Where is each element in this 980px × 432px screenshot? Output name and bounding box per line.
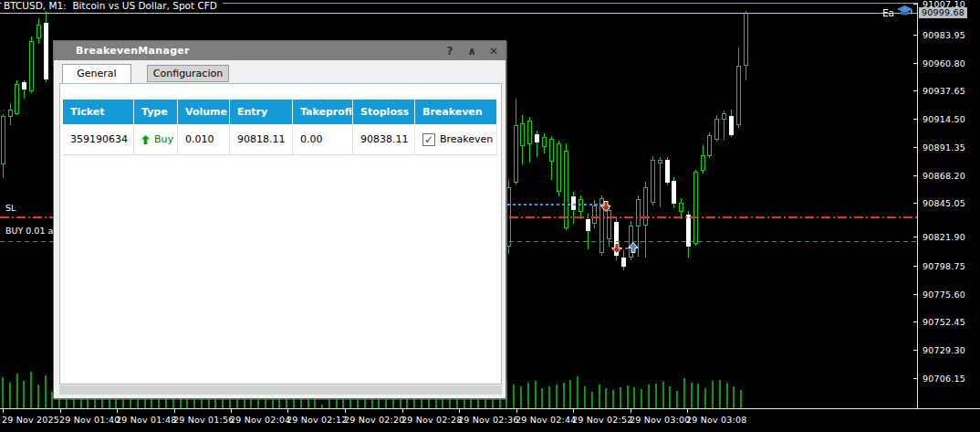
time-axis-tick: [3, 408, 4, 413]
current-price-line: [0, 13, 917, 14]
dialog-tabstrip: General Configuracion: [54, 60, 506, 83]
trade-marker-up-icon: [628, 242, 640, 254]
price-axis-tick: [913, 321, 917, 322]
dialog-title: BreakevenManager: [76, 45, 190, 57]
price-axis-tick: [913, 119, 917, 120]
price-axis-tick: [913, 35, 917, 36]
price-axis-tick: [913, 175, 917, 176]
volume-bar: [726, 383, 728, 408]
price-axis-tick: [913, 4, 917, 5]
volume-bar: [697, 384, 699, 408]
candle-body: [621, 258, 626, 267]
volume-bar: [16, 374, 18, 408]
table-header-cell: Ticket: [63, 100, 134, 124]
price-axis-tick: [913, 378, 917, 379]
table-header-cell: Volume: [178, 100, 230, 124]
tab-configuracion[interactable]: Configuracion: [147, 65, 229, 82]
candle-body: [8, 110, 13, 117]
candle-body: [693, 172, 698, 244]
volume-bar: [648, 385, 650, 408]
volume-bar: [691, 383, 693, 408]
breakeven-checkbox-label: Breakeven: [440, 125, 493, 154]
time-axis-tick: [287, 408, 288, 413]
current-price-badge: 90999.68: [919, 7, 967, 18]
candle-body: [527, 121, 532, 144]
cell-entry: 90818.11: [230, 124, 293, 154]
volume-bar: [535, 381, 537, 408]
price-axis-label: 90775.60: [923, 290, 965, 300]
price-axis-tick: [913, 237, 917, 237]
volume-bar: [548, 386, 550, 408]
time-axis-tick: [459, 408, 460, 413]
dialog-titlebar[interactable]: BreakevenManager ? ∧ ✕: [54, 41, 506, 60]
time-axis-label: 29 Nov 2025: [2, 415, 59, 425]
cell-type: Buy: [134, 124, 178, 154]
candle-wick: [660, 157, 661, 207]
price-axis[interactable]: 91007.1090983.9590960.8090937.6590914.50…: [918, 0, 980, 408]
help-button[interactable]: ?: [443, 45, 456, 58]
price-axis-label: 90752.45: [923, 317, 965, 327]
cell-volume: 0.010: [178, 124, 230, 154]
table-header-cell: Entry: [230, 100, 293, 124]
volume-bar: [513, 385, 515, 408]
cell-stoploss: 90838.11: [353, 124, 415, 154]
table-row[interactable]: 359190634 Buy 0.010 90818.11 0.00 90838.…: [63, 124, 497, 155]
cell-breakeven: ✓ Breakeven: [415, 124, 497, 154]
time-axis-tick: [117, 408, 118, 413]
candle-body: [729, 116, 734, 135]
volume-bar: [633, 387, 635, 408]
volume-bar: [584, 386, 586, 408]
volume-bar: [321, 405, 323, 408]
candle-body: [15, 84, 19, 114]
candle-body: [592, 205, 597, 224]
candle-body: [651, 160, 655, 203]
candle-body: [736, 66, 741, 125]
time-axis-label: 29 Nov 02:36: [458, 415, 518, 425]
tab-general[interactable]: General: [62, 64, 131, 83]
price-axis-label: 90821.90: [923, 232, 965, 242]
ea-label: Ea: [882, 7, 894, 18]
close-button[interactable]: ✕: [487, 45, 500, 58]
price-axis-label: 90798.75: [923, 261, 965, 271]
breakeven-checkbox[interactable]: ✓: [422, 133, 435, 146]
candle-body: [672, 181, 676, 204]
table-header-cell: Type: [134, 100, 178, 124]
time-axis-label: 29 Nov 01:48: [116, 415, 176, 425]
candle-body: [643, 187, 648, 226]
candle-body: [22, 82, 26, 90]
candle-body: [665, 160, 670, 183]
time-axis-label: 29 Nov 02:52: [572, 415, 632, 425]
ea-indicator[interactable]: Ea: [882, 5, 912, 19]
volume-bar: [627, 385, 629, 408]
time-axis-label: 29 Nov 01:56: [173, 415, 234, 425]
time-axis-tick: [345, 408, 346, 413]
candle-body: [520, 123, 525, 146]
volume-bar: [620, 387, 621, 408]
candle-body: [557, 143, 561, 192]
candle-body: [29, 41, 34, 91]
candle-body: [707, 135, 712, 156]
collapse-button[interactable]: ∧: [465, 45, 478, 58]
time-axis[interactable]: 29 Nov 202529 Nov 01:4029 Nov 01:4829 No…: [0, 409, 980, 432]
volume-bar: [563, 383, 565, 408]
volume-bar: [37, 385, 39, 408]
time-axis-tick: [573, 408, 574, 413]
volume-bar: [641, 389, 642, 408]
volume-bar: [719, 380, 721, 408]
volume-bar: [669, 386, 671, 408]
price-axis-label: 90937.65: [923, 86, 965, 96]
volume-bar: [655, 384, 657, 408]
volume-bar: [9, 383, 11, 408]
breakeven-manager-dialog: BreakevenManager ? ∧ ✕ General Configura…: [53, 40, 506, 399]
candle-body: [36, 25, 41, 38]
time-axis-tick: [174, 408, 175, 413]
time-axis-label: 29 Nov 02:20: [344, 415, 404, 425]
position-type-label: Buy: [154, 125, 173, 154]
candle-body: [744, 13, 748, 66]
candle-body: [542, 137, 547, 147]
buy-arrow-icon: [141, 135, 150, 144]
time-axis-label: 29 Nov 02:44: [516, 415, 576, 425]
volume-bar: [605, 388, 607, 408]
price-axis-tick: [913, 90, 917, 91]
cell-takeprofit: 0.00: [293, 124, 353, 154]
